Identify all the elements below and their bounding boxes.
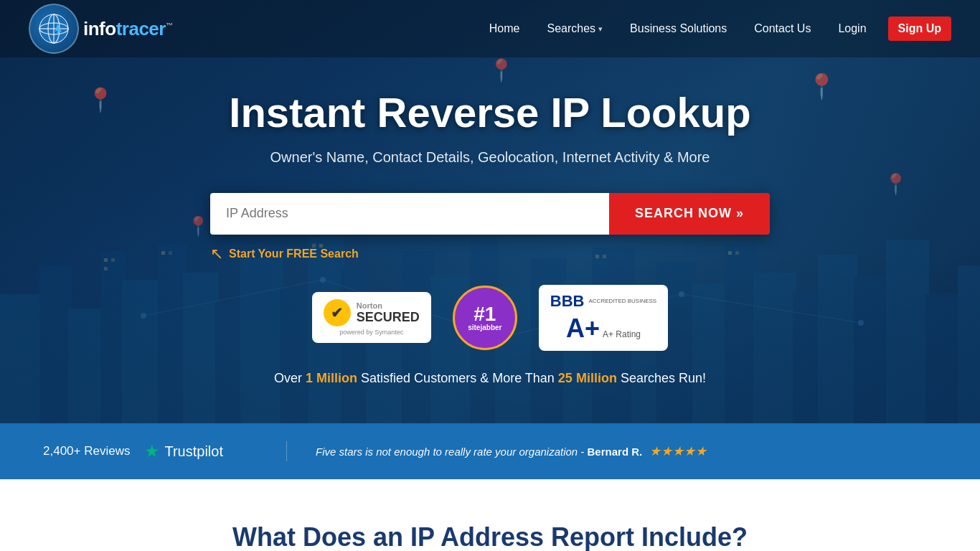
nav-searches-link[interactable]: Searches ▾ bbox=[537, 17, 613, 41]
logo[interactable]: infotracer™ bbox=[29, 4, 172, 54]
sitejabber-badge: #1 sitejabber bbox=[453, 286, 517, 350]
free-search-label: Start Your FREE Search bbox=[229, 248, 359, 260]
nav-login-link[interactable]: Login bbox=[828, 17, 876, 41]
chevron-down-icon: ▾ bbox=[598, 24, 603, 34]
stats-customers-highlight: 1 Million bbox=[306, 371, 361, 385]
nav-home-link[interactable]: Home bbox=[479, 17, 530, 41]
norton-powered-label: powered by Symantec bbox=[339, 329, 403, 336]
stats-text: Over 1 Million Satisfied Customers & Mor… bbox=[29, 371, 951, 386]
bbb-badge-top: BBB ACCREDITED BUSINESS bbox=[550, 292, 656, 311]
trustpilot-quote: Five stars is not enough to really rate … bbox=[287, 443, 707, 459]
bottom-title: What Does an IP Address Report Include? bbox=[72, 522, 908, 551]
logo-circle bbox=[29, 4, 79, 54]
hero-title: Instant Reverse IP Lookup bbox=[29, 88, 951, 136]
trustpilot-stars: ★★★★★ bbox=[649, 444, 707, 458]
trustpilot-reviewer: Bernard R. bbox=[588, 446, 643, 458]
trustpilot-reviews-count: 2,400+ Reviews bbox=[43, 444, 130, 458]
search-button[interactable]: SEARCH NOW » bbox=[609, 193, 770, 235]
trustpilot-left: 2,400+ Reviews ★ Trustpilot bbox=[43, 441, 287, 461]
nav-business[interactable]: Business Solutions bbox=[620, 17, 737, 41]
arrow-up-left-icon: ↖ bbox=[210, 245, 223, 263]
nav-searches[interactable]: Searches ▾ bbox=[537, 17, 613, 41]
nav-contact[interactable]: Contact Us bbox=[744, 17, 821, 41]
trustpilot-star-icon: ★ bbox=[144, 441, 160, 461]
hero-section: 📍 📍 📍 📍 📍 Instant Reverse IP Lookup Owne… bbox=[0, 0, 980, 423]
logo-text: infotracer™ bbox=[83, 18, 172, 40]
trustpilot-logo: ★ Trustpilot bbox=[144, 441, 223, 461]
norton-badge-top: ✔ Norton SECURED bbox=[324, 299, 420, 326]
nav-contact-link[interactable]: Contact Us bbox=[744, 17, 821, 41]
nav-home[interactable]: Home bbox=[479, 17, 530, 41]
free-search-hint: ↖ Start Your FREE Search bbox=[210, 245, 770, 263]
norton-secured-label: SECURED bbox=[357, 310, 420, 325]
nav-business-link[interactable]: Business Solutions bbox=[620, 17, 737, 41]
nav-signup-link[interactable]: Sign Up bbox=[888, 17, 951, 41]
bbb-aplus-label: A+ bbox=[566, 314, 600, 344]
hero-content: Instant Reverse IP Lookup Owner's Name, … bbox=[0, 38, 980, 386]
nav-signup[interactable]: Sign Up bbox=[884, 17, 951, 41]
sitejabber-label: sitejabber bbox=[468, 324, 501, 331]
norton-check-icon: ✔ bbox=[324, 299, 351, 326]
bottom-section: What Does an IP Address Report Include? bbox=[0, 479, 980, 551]
nav-links: Home Searches ▾ Business Solutions Conta… bbox=[479, 17, 951, 41]
search-input[interactable] bbox=[210, 193, 609, 235]
trustpilot-name: Trustpilot bbox=[164, 443, 223, 460]
trustpilot-bar: 2,400+ Reviews ★ Trustpilot Five stars i… bbox=[0, 423, 980, 479]
navbar: infotracer™ Home Searches ▾ Business Sol… bbox=[0, 0, 980, 57]
sitejabber-number: #1 bbox=[473, 304, 496, 324]
norton-badge: ✔ Norton SECURED powered by Symantec bbox=[312, 292, 431, 343]
bbb-badge: BBB ACCREDITED BUSINESS A+ A+ Rating bbox=[539, 285, 668, 351]
trust-badges: ✔ Norton SECURED powered by Symantec #1 … bbox=[29, 285, 951, 351]
hero-subtitle: Owner's Name, Contact Details, Geolocati… bbox=[29, 149, 951, 166]
bbb-rating: A+ A+ Rating bbox=[566, 314, 641, 344]
norton-text: Norton SECURED bbox=[357, 301, 420, 325]
bbb-logo: BBB bbox=[550, 292, 585, 311]
bbb-accredited-label: ACCREDITED BUSINESS bbox=[589, 298, 657, 304]
stats-searches-highlight: 25 Million bbox=[558, 371, 621, 385]
nav-login[interactable]: Login bbox=[828, 17, 876, 41]
bbb-rating-label: A+ Rating bbox=[603, 329, 641, 339]
search-bar: SEARCH NOW » bbox=[210, 193, 770, 235]
